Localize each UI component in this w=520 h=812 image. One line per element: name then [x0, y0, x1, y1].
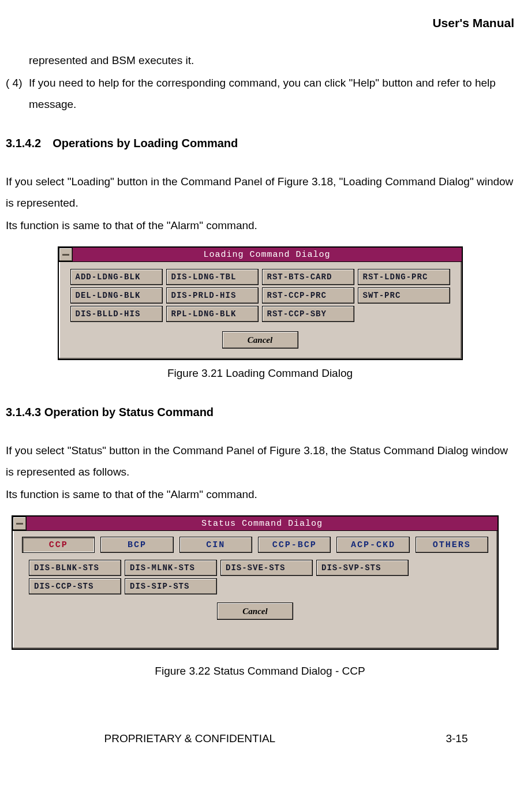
- cmd-dis-prld-his[interactable]: DIS-PRLD-HIS: [166, 287, 259, 304]
- cmd-dis-ldng-tbl[interactable]: DIS-LDNG-TBL: [166, 269, 259, 285]
- cmd-dis-blnk-sts[interactable]: DIS-BLNK-STS: [29, 560, 121, 576]
- window-menu-icon[interactable]: [13, 517, 27, 530]
- tab-others[interactable]: OTHERS: [416, 537, 488, 553]
- footer-left: PROPRIETARY & CONFIDENTIAL: [104, 728, 276, 749]
- cmd-dis-sip-sts[interactable]: DIS-SIP-STS: [125, 578, 217, 594]
- cmd-add-ldng-blk[interactable]: ADD-LDNG-BLK: [70, 269, 163, 285]
- section1-para1: If you select "Loading" button in the Co…: [6, 171, 514, 214]
- cmd-dis-svp-sts[interactable]: DIS-SVP-STS: [316, 560, 409, 576]
- cmd-rst-ccp-sby[interactable]: RST-CCP-SBY: [262, 306, 354, 322]
- cmd-rst-ccp-prc[interactable]: RST-CCP-PRC: [262, 287, 354, 304]
- dialog-title: Loading Command Dialog: [73, 246, 462, 263]
- cmd-del-ldng-blk[interactable]: DEL-LDNG-BLK: [70, 287, 163, 304]
- tab-ccp[interactable]: CCP: [22, 537, 95, 553]
- section2-para1: If you select "Status" button in the Com…: [6, 440, 514, 482]
- tab-cin[interactable]: CIN: [179, 537, 252, 553]
- command-button-grid: ADD-LDNG-BLK DIS-LDNG-TBL RST-BTS-CARD R…: [59, 262, 462, 328]
- figure-caption-3-22: Figure 3.22 Status Command Dialog - CCP: [6, 660, 514, 682]
- cmd-rst-bts-card[interactable]: RST-BTS-CARD: [262, 269, 354, 285]
- cmd-rst-ldng-prc[interactable]: RST-LDNG-PRC: [358, 269, 450, 285]
- status-button-grid: DIS-BLNK-STS DIS-MLNK-STS DIS-SVE-STS DI…: [13, 556, 497, 599]
- dialog-titlebar: Status Command Dialog: [13, 517, 497, 531]
- section-heading-3-1-4-2: 3.1.4.2 Operations by Loading Command: [6, 132, 514, 155]
- page-header: User's Manual: [6, 12, 514, 35]
- cmd-swt-prc[interactable]: SWT-PRC: [358, 287, 450, 304]
- cmd-dis-blld-his[interactable]: DIS-BLLD-HIS: [70, 306, 163, 322]
- section1-para2: Its function is same to that of the "Ala…: [6, 215, 514, 236]
- tab-bcp[interactable]: BCP: [100, 537, 173, 553]
- cancel-button[interactable]: Cancel: [222, 331, 298, 349]
- loading-command-dialog: Loading Command Dialog ADD-LDNG-BLK DIS-…: [58, 246, 463, 360]
- cmd-dis-ccp-sts[interactable]: DIS-CCP-STS: [29, 578, 121, 594]
- tab-ccp-bcp[interactable]: CCP-BCP: [258, 537, 331, 553]
- cmd-dis-mlnk-sts[interactable]: DIS-MLNK-STS: [125, 560, 217, 576]
- cmd-rpl-ldng-blk[interactable]: RPL-LDNG-BLK: [166, 306, 259, 322]
- cancel-button[interactable]: Cancel: [217, 603, 293, 620]
- dialog-titlebar: Loading Command Dialog: [59, 248, 462, 262]
- status-command-dialog: Status Command Dialog CCP BCP CIN CCP-BC…: [12, 515, 499, 650]
- tabs-row: CCP BCP CIN CCP-BCP ACP-CKD OTHERS: [13, 531, 497, 556]
- window-menu-icon[interactable]: [59, 248, 73, 261]
- tab-acp-ckd[interactable]: ACP-CKD: [336, 537, 409, 553]
- footer-page-number: 3-15: [446, 728, 467, 749]
- list-item-number: ( 4): [6, 72, 29, 115]
- cmd-dis-sve-sts[interactable]: DIS-SVE-STS: [220, 560, 313, 576]
- section2-para2: Its function is same to that of the "Ala…: [6, 484, 514, 505]
- figure-caption-3-21: Figure 3.21 Loading Command Dialog: [6, 362, 514, 384]
- list-item-text: If you need to help for the correspondin…: [29, 72, 514, 115]
- body-line-continuation: represented and BSM executes it.: [29, 50, 514, 71]
- section-heading-3-1-4-3: 3.1.4.3 Operation by Status Command: [6, 401, 514, 424]
- dialog-title: Status Command Dialog: [27, 515, 497, 532]
- page-footer: PROPRIETARY & CONFIDENTIAL 3-15: [53, 728, 468, 749]
